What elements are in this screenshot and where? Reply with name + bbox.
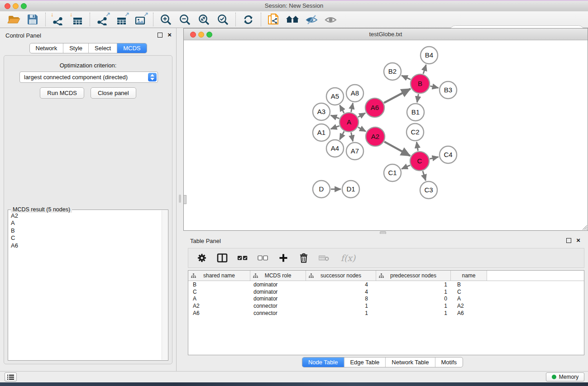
memory-button[interactable]: Memory: [546, 372, 584, 381]
column-header-name[interactable]: name: [451, 271, 487, 281]
result-item[interactable]: C: [11, 234, 162, 242]
table-cell[interactable]: A2: [188, 303, 250, 309]
task-history-button[interactable]: [5, 372, 17, 381]
refresh-layout-button[interactable]: [241, 13, 255, 26]
node-D1[interactable]: D1: [342, 181, 359, 198]
tab-select[interactable]: Select: [89, 43, 117, 53]
tab-node-table[interactable]: Node Table: [302, 357, 344, 367]
network-window-titlebar[interactable]: testGlobe.txt: [184, 29, 588, 40]
table-cell[interactable]: 1: [376, 303, 451, 309]
create-column-button[interactable]: [278, 253, 289, 263]
tab-mcds[interactable]: MCDS: [117, 43, 146, 53]
export-table-button[interactable]: ↗: [114, 13, 129, 26]
edge-A2-C[interactable]: [384, 142, 410, 156]
table-cell[interactable]: 4: [306, 281, 376, 288]
show-all-button[interactable]: [323, 13, 338, 26]
table-cell[interactable]: 8: [306, 295, 376, 302]
table-cell[interactable]: B: [188, 281, 250, 288]
result-item[interactable]: A6: [11, 242, 162, 249]
node-C3[interactable]: C3: [420, 181, 437, 199]
node-C2[interactable]: C2: [406, 124, 424, 141]
deselect-all-columns-button[interactable]: [258, 253, 268, 263]
table-cell[interactable]: A: [451, 295, 487, 302]
column-header-successor-nodes[interactable]: successor nodes: [306, 271, 376, 281]
tab-edge-table[interactable]: Edge Table: [344, 357, 386, 367]
edge-C-C1[interactable]: [402, 165, 410, 169]
tab-network[interactable]: Network: [29, 43, 63, 53]
network-graph[interactable]: A5A8A3A1A4A7AA6A2BB4B2B3B1CC2C4C1C3DD1: [184, 40, 588, 231]
run-mcds-button[interactable]: Run MCDS: [40, 87, 84, 99]
table-cell[interactable]: A2: [451, 303, 487, 309]
edge-A-A6[interactable]: [358, 113, 365, 117]
select-all-columns-button[interactable]: [237, 253, 248, 263]
edge-A-A8[interactable]: [351, 103, 353, 112]
table-cell[interactable]: dominator: [250, 281, 306, 288]
edge-A-A3[interactable]: [331, 115, 339, 119]
table-settings-button[interactable]: [196, 253, 207, 263]
node-C4[interactable]: C4: [440, 146, 457, 163]
node-A[interactable]: A: [339, 113, 359, 132]
node-B1[interactable]: B1: [407, 104, 424, 121]
node-B[interactable]: B: [411, 74, 430, 93]
close-panel-icon[interactable]: ×: [167, 32, 172, 38]
node-A3[interactable]: A3: [313, 103, 330, 120]
edge-B-B2[interactable]: [402, 76, 411, 80]
node-A7[interactable]: A7: [346, 143, 363, 160]
table-cell[interactable]: 0: [376, 295, 451, 302]
table-cell[interactable]: connector: [250, 303, 306, 309]
table-cell[interactable]: 4: [306, 289, 376, 295]
save-session-button[interactable]: [25, 13, 40, 26]
table-row[interactable]: A6connector11A6: [188, 310, 584, 317]
table-row[interactable]: Cdominator41C: [188, 288, 584, 295]
delete-column-button[interactable]: [298, 253, 309, 263]
result-item[interactable]: A: [11, 219, 162, 227]
float-table-panel-icon[interactable]: [566, 238, 571, 243]
table-cell[interactable]: 1: [376, 310, 451, 316]
table-cell[interactable]: dominator: [250, 295, 306, 302]
node-A8[interactable]: A8: [346, 85, 363, 102]
node-B2[interactable]: B2: [384, 63, 401, 80]
table-cell[interactable]: C: [188, 289, 250, 295]
zoom-selected-button[interactable]: [215, 13, 230, 26]
edge-A-A1[interactable]: [331, 126, 339, 129]
delete-table-button[interactable]: [319, 253, 330, 263]
table-cell[interactable]: B: [451, 281, 487, 288]
result-scrollbar[interactable]: [162, 210, 167, 360]
vertical-splitter-grip[interactable]: [179, 195, 181, 203]
function-builder-button[interactable]: f(x): [339, 253, 357, 263]
export-network-button[interactable]: ↗: [95, 13, 110, 26]
table-cell[interactable]: A6: [188, 310, 250, 316]
table-row[interactable]: A2connector11A2: [188, 302, 584, 310]
node-A6[interactable]: A6: [365, 98, 384, 117]
resize-grip-icon[interactable]: [581, 224, 587, 230]
zoom-fit-button[interactable]: [196, 13, 211, 26]
node-B4[interactable]: B4: [421, 47, 438, 64]
node-A1[interactable]: A1: [313, 124, 330, 141]
edge-A-A2[interactable]: [358, 127, 366, 131]
hide-selected-button[interactable]: [304, 13, 319, 26]
tab-style[interactable]: Style: [63, 43, 89, 53]
column-header-shared-name[interactable]: shared name: [188, 271, 250, 281]
view-left-grip[interactable]: [184, 195, 186, 204]
node-A4[interactable]: A4: [326, 140, 344, 157]
close-panel-button[interactable]: Close panel: [91, 87, 136, 99]
open-file-button[interactable]: [6, 13, 21, 26]
node-B3[interactable]: B3: [440, 81, 457, 99]
table-cell[interactable]: A6: [451, 310, 487, 316]
import-network-button[interactable]: ↓: [51, 13, 65, 26]
edge-B-B3[interactable]: [430, 86, 438, 88]
column-header-predecessor-nodes[interactable]: predecessor nodes: [376, 271, 451, 281]
node-A5[interactable]: A5: [326, 88, 344, 105]
import-table-button[interactable]: ↓: [70, 13, 84, 26]
table-cell[interactable]: 1: [376, 289, 451, 295]
edge-B-B4[interactable]: [423, 65, 426, 74]
edge-B-B1[interactable]: [417, 94, 418, 103]
table-cell[interactable]: 1: [376, 281, 451, 288]
result-item[interactable]: A2: [11, 212, 162, 219]
edge-C-C2[interactable]: [416, 142, 418, 151]
table-cell[interactable]: A: [188, 295, 250, 302]
edge-A-A4[interactable]: [339, 131, 344, 139]
table-cell[interactable]: 1: [306, 303, 376, 309]
node-C[interactable]: C: [410, 152, 429, 171]
column-header-MCDS-role[interactable]: MCDS role: [250, 271, 306, 281]
